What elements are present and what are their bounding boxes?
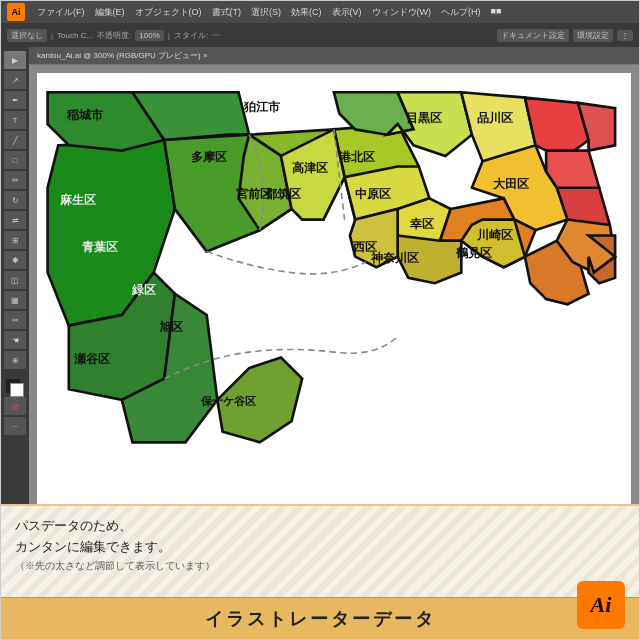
toolbar-touch-label: Touch C... [57,31,93,40]
label-hodogaya: 保十ケ谷区 [200,395,256,407]
tool-none[interactable]: ⊘ [4,397,26,415]
label-seya: 瀬谷区 [74,352,110,365]
tool-hand[interactable]: ☚ [4,331,26,349]
tool-extra[interactable]: ··· [4,417,26,435]
menu-window[interactable]: ウィンドウ(W) [368,4,436,21]
map-container: 稲城市 狛江市 目黒区 品川区 多摩区 高津区 麻生区 [37,73,631,504]
label-asahi: 旭区 [159,320,183,333]
toolbar-doc-settings[interactable]: ドキュメント設定 [497,29,569,42]
label-midori: 緑区 [131,283,156,296]
label-asao: 麻生区 [59,193,96,206]
menu-file[interactable]: ファイル(F) [33,4,89,21]
toolbar-opacity-label: 不透明度: [97,30,131,41]
label-kawasaki: 川崎区 [477,228,513,241]
toolbar-style-value[interactable] [212,34,220,36]
menu-help[interactable]: ヘルプ(H) [437,4,485,21]
bottom-line2: カンタンに編集できます。 [15,537,625,558]
toolbar-selection[interactable]: 選択なし [7,29,47,42]
tool-direct[interactable]: ↗ [4,71,26,89]
label-kohoku: 港北区 [339,150,375,163]
tool-brush[interactable]: ✏ [4,171,26,189]
tool-rotate[interactable]: ↻ [4,191,26,209]
label-nakahara: 中原区 [355,187,391,200]
menu-effect[interactable]: 効果(C) [287,4,326,21]
tool-warp[interactable]: ⊞ [4,231,26,249]
label-kanagawa: 神奈川区 [370,251,419,264]
map-svg: 稲城市 狛江市 目黒区 品川区 多摩区 高津区 麻生区 [37,73,631,504]
toolbar: 選択なし | Touch C... 不透明度: 100% | スタイル: ドキュ… [1,23,639,47]
fill-color[interactable] [4,377,26,395]
toolbox: ▶ ↗ ✒ T ╱ □ ✏ ↻ ⇌ ⊞ ✱ ◫ ▦ ✂ ☚ ⊕ ⊘ ··· [1,47,29,504]
tool-eyedrop[interactable]: ✱ [4,251,26,269]
bottom-line1: パスデータのため、 [15,516,625,537]
label-saiwai: 幸区 [410,217,434,230]
label-takatsu: 高津区 [292,161,328,174]
bottom-text: パスデータのため、 カンタンに編集できます。 （※先の太さなど調節して表示してい… [15,516,625,574]
label-tama: 多摩区 [191,150,227,163]
ai-logo-large: Ai [577,581,625,629]
menu-edit[interactable]: 編集(E) [91,4,129,21]
tool-select[interactable]: ▶ [4,51,26,69]
tool-text[interactable]: T [4,111,26,129]
app-frame: Ai ファイル(F) 編集(E) オブジェクト(O) 書式(T) 選択(S) 効… [0,0,640,640]
label-tsurumi: 鶴見区 [455,246,492,259]
toolbar-opacity-value[interactable]: 100% [135,30,163,41]
bottom-panel: パスデータのため、 カンタンに編集できます。 （※先の太さなど調節して表示してい… [1,504,639,639]
menu-view[interactable]: 表示(V) [328,4,366,21]
toolbar-more[interactable]: ⋮ [617,30,633,41]
menu-format[interactable]: 書式(T) [208,4,246,21]
menu-select[interactable]: 選択(S) [247,4,285,21]
toolbar-style-label: スタイル: [174,30,208,41]
label-tsuzuki: 都筑区 [264,187,301,200]
bottom-line3: （※先の太さなど調節して表示しています） [15,558,625,574]
ai-logo-titlebar: Ai [7,3,25,21]
title-bar: Ai ファイル(F) 編集(E) オブジェクト(O) 書式(T) 選択(S) 効… [1,1,639,23]
tool-zoom[interactable]: ⊕ [4,351,26,369]
tool-chart[interactable]: ▦ [4,291,26,309]
menu-bar: ファイル(F) 編集(E) オブジェクト(O) 書式(T) 選択(S) 効果(C… [33,4,633,21]
tool-pen[interactable]: ✒ [4,91,26,109]
tool-gradient[interactable]: ◫ [4,271,26,289]
bottom-footer: イラストレーターデータ Ai [1,597,639,639]
label-shinagawa: 品川区 [477,111,513,124]
label-inagi: 稲城市 [66,108,104,121]
toolbar-env-settings[interactable]: 環境設定 [573,29,613,42]
label-nishi: 西区 [353,240,377,253]
menu-extra[interactable]: ■■ [487,4,506,21]
canvas-tab-label: kantou_Ai.ai @ 300% (RGB/GPU プレビュー) × [37,50,208,61]
tool-line[interactable]: ╱ [4,131,26,149]
tool-slice[interactable]: ✂ [4,311,26,329]
label-meguro: 目黒区 [406,111,442,124]
label-komae: 狛江市 [243,100,281,113]
label-ota: 大田区 [492,177,529,190]
main-area: ▶ ↗ ✒ T ╱ □ ✏ ↻ ⇌ ⊞ ✱ ◫ ▦ ✂ ☚ ⊕ ⊘ ··· [1,47,639,504]
label-aoba: 青葉区 [82,240,118,253]
tool-rect[interactable]: □ [4,151,26,169]
menu-object[interactable]: オブジェクト(O) [131,4,206,21]
canvas-tab[interactable]: kantou_Ai.ai @ 300% (RGB/GPU プレビュー) × [29,47,639,65]
tool-mirror[interactable]: ⇌ [4,211,26,229]
footer-title: イラストレーターデータ [205,607,436,631]
canvas-content: 稲城市 狛江市 目黒区 品川区 多摩区 高津区 麻生区 [29,65,639,504]
canvas-area: kantou_Ai.ai @ 300% (RGB/GPU プレビュー) × [29,47,639,504]
